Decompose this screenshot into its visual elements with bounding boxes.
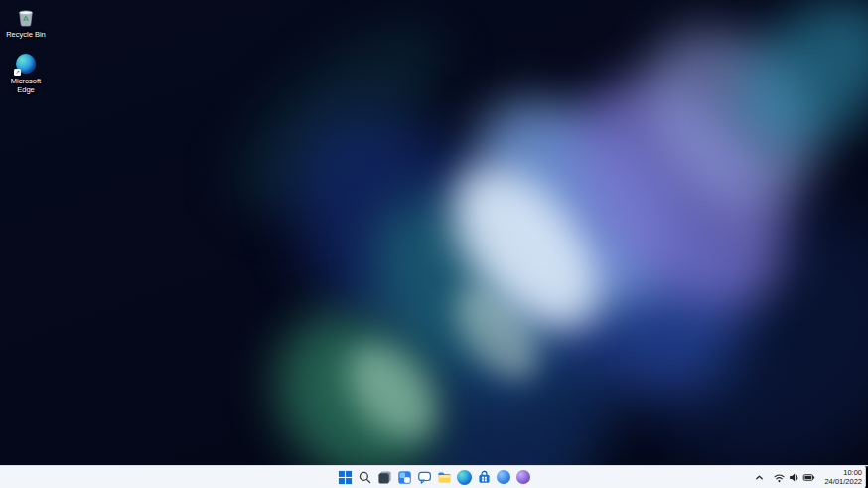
chat-button[interactable] (415, 468, 434, 487)
desktop-icon-label: Microsoft Edge (3, 77, 49, 94)
search-button[interactable] (356, 468, 374, 487)
desktop-icon-list: Recycle Bin ↗ Microsoft Edge (0, 3, 52, 96)
recycle-bin-icon (15, 6, 37, 28)
desktop[interactable]: Recycle Bin ↗ Microsoft Edge (0, 0, 868, 488)
file-explorer-button[interactable] (435, 468, 454, 487)
battery-icon (802, 471, 815, 484)
windows-logo-icon (338, 470, 353, 485)
tray-time: 10:00 (843, 468, 862, 477)
hidden-icons-button[interactable] (752, 471, 767, 484)
shortcut-arrow-icon: ↗ (14, 69, 21, 76)
network-icon (773, 471, 786, 484)
purple-app-button[interactable] (514, 468, 533, 487)
blue-app-button[interactable] (495, 468, 513, 487)
start-button[interactable] (336, 468, 355, 487)
search-icon (358, 470, 372, 485)
tray-date: 24/01/2022 (824, 477, 862, 486)
chat-icon (417, 470, 432, 485)
wallpaper (0, 0, 868, 488)
purple-app-icon (516, 470, 530, 484)
edge-icon (457, 470, 472, 485)
widgets-button[interactable] (395, 468, 414, 487)
task-view-button[interactable] (375, 468, 394, 487)
desktop-icon-microsoft-edge[interactable]: ↗ Microsoft Edge (2, 50, 50, 96)
volume-icon (788, 471, 800, 484)
clock[interactable]: 10:00 24/01/2022 (821, 468, 865, 487)
desktop-icon-label: Recycle Bin (6, 30, 46, 39)
store-button[interactable] (475, 468, 494, 487)
desktop-icon-recycle-bin[interactable]: Recycle Bin (2, 3, 50, 41)
widgets-icon (397, 470, 412, 485)
store-icon (477, 470, 492, 485)
taskbar: 10:00 24/01/2022 (0, 465, 868, 488)
taskbar-pinned-apps (0, 466, 868, 488)
blue-app-icon (497, 470, 510, 484)
file-explorer-icon (437, 470, 452, 485)
quick-settings-button[interactable] (771, 470, 817, 485)
system-tray: 10:00 24/01/2022 (752, 466, 865, 488)
task-view-icon (377, 470, 392, 485)
edge-button[interactable] (455, 468, 474, 487)
chevron-up-icon (754, 472, 765, 483)
